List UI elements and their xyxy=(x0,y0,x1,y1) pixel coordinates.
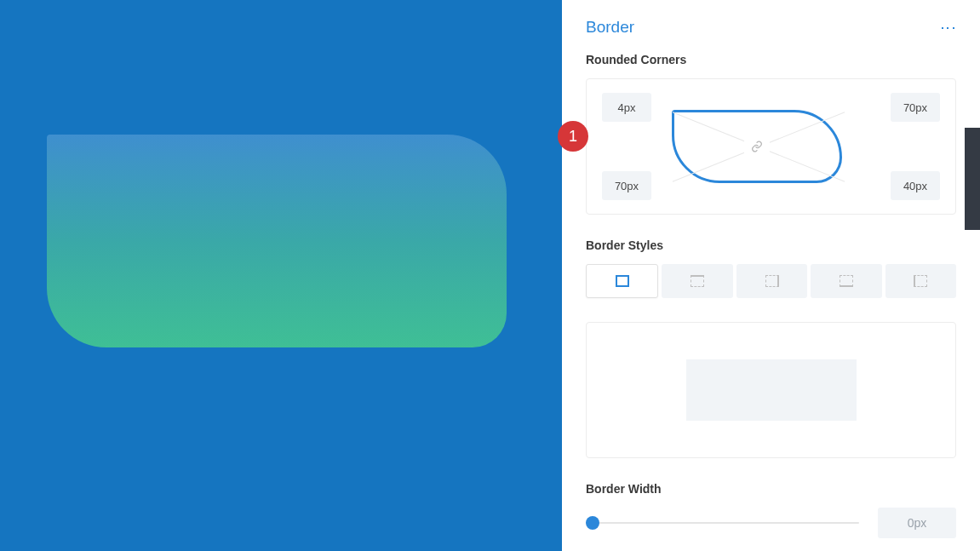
border-style-bottom-button[interactable] xyxy=(811,264,881,298)
border-top-icon xyxy=(691,275,704,287)
link-corners-toggle[interactable] xyxy=(744,139,770,154)
border-all-icon xyxy=(616,275,629,287)
rounded-corners-label: Rounded Corners xyxy=(586,53,956,66)
slider-thumb[interactable] xyxy=(586,516,599,530)
border-preview-frame xyxy=(586,322,956,458)
border-style-right-button[interactable] xyxy=(736,264,807,298)
slider-track xyxy=(586,522,859,524)
border-bottom-icon xyxy=(840,275,853,287)
panel-menu-button[interactable]: ⋮ xyxy=(941,17,956,37)
border-preview-inner xyxy=(686,359,857,421)
border-styles-label: Border Styles xyxy=(586,238,956,252)
corner-radius-bottom-right-input[interactable] xyxy=(891,171,940,200)
panel-title: Border xyxy=(586,18,634,37)
border-style-all-button[interactable] xyxy=(586,264,658,298)
corner-radius-shape-preview xyxy=(672,110,842,183)
annotation-label: 1 xyxy=(569,128,577,146)
border-left-icon xyxy=(914,275,927,287)
rounded-corners-control xyxy=(586,78,956,215)
border-styles-group xyxy=(586,264,956,298)
canvas-area xyxy=(0,0,562,551)
corner-radius-top-right-input[interactable] xyxy=(891,93,940,122)
border-width-label: Border Width xyxy=(586,482,956,496)
border-width-input[interactable] xyxy=(878,508,956,538)
corner-radius-top-left-input[interactable] xyxy=(602,93,651,122)
border-style-left-button[interactable] xyxy=(885,264,956,298)
border-right-icon xyxy=(765,275,779,287)
corner-radius-bottom-left-input[interactable] xyxy=(602,171,651,200)
right-edge-strip xyxy=(965,0,980,551)
border-width-slider[interactable] xyxy=(586,515,859,531)
preview-box xyxy=(47,135,507,347)
annotation-badge-1: 1 xyxy=(558,121,588,152)
settings-panel: Border ⋮ Rounded Corners xyxy=(562,0,980,551)
border-style-top-button[interactable] xyxy=(662,264,732,298)
